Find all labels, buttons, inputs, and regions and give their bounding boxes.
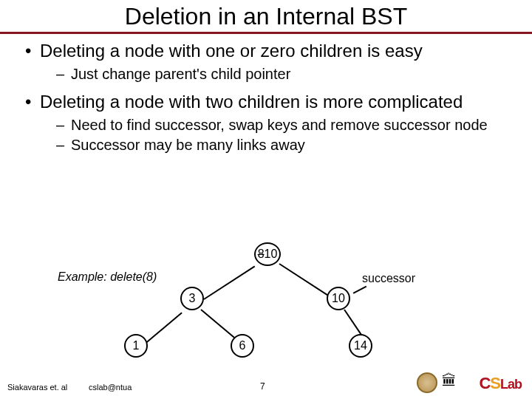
root-new-value: 10 bbox=[265, 248, 278, 261]
successor-arrow bbox=[353, 286, 366, 294]
example-label: Example: delete(8) bbox=[58, 270, 157, 284]
edge-3-1 bbox=[143, 313, 182, 346]
bullet-1: Deleting a node with one or zero childre… bbox=[24, 40, 508, 83]
bullet-2-text: Deleting a node with two children is mor… bbox=[40, 92, 463, 112]
bullet-2: Deleting a node with two children is mor… bbox=[24, 91, 508, 154]
tree-node-3: 3 bbox=[180, 287, 204, 310]
footer-email: cslab@ntua bbox=[89, 383, 132, 392]
tree-node-14: 14 bbox=[349, 334, 372, 358]
subbullet-1: Just change parent's child pointer bbox=[40, 65, 508, 83]
example-word: Example: bbox=[58, 270, 107, 283]
root-old-value: 8 bbox=[258, 248, 265, 261]
edge-root-10 bbox=[279, 263, 330, 297]
slide-title: Deletion in an Internal BST bbox=[0, 3, 532, 30]
tree-node-root: 810 bbox=[254, 242, 281, 266]
cslab-logo: CSLab bbox=[479, 374, 522, 393]
tree-node-1: 1 bbox=[124, 334, 148, 358]
tree-node-6: 6 bbox=[231, 334, 254, 358]
footer-authors: Siakavaras et. al bbox=[7, 383, 67, 392]
content-area: Deleting a node with one or zero childre… bbox=[0, 34, 532, 154]
title-bar: Deletion in an Internal BST bbox=[0, 0, 532, 34]
page-number: 7 bbox=[260, 381, 265, 392]
subbullet-3: Successor may be many links away bbox=[40, 136, 508, 154]
tree-diagram: Example: delete(8) successor 810 3 10 1 … bbox=[0, 242, 532, 368]
edge-root-3 bbox=[203, 266, 255, 300]
example-call: delete(8) bbox=[110, 270, 157, 283]
athena-icon: 🏛 bbox=[440, 372, 458, 393]
tree-node-10: 10 bbox=[327, 287, 350, 310]
successor-label: successor bbox=[362, 272, 415, 285]
subbullet-2: Need to find successor, swap keys and re… bbox=[40, 116, 508, 134]
ntua-seal-icon bbox=[417, 372, 437, 393]
footer: Siakavaras et. al cslab@ntua 7 🏛 CSLab bbox=[0, 374, 532, 395]
bullet-1-text: Deleting a node with one or zero childre… bbox=[40, 41, 423, 61]
